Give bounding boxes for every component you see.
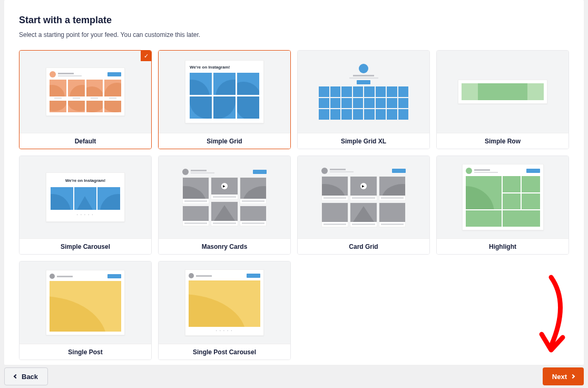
instagram-text: We're on Instagram! [190,65,259,70]
template-single-post-carousel[interactable]: • • • • • Single Post Carousel [158,261,291,360]
next-button[interactable]: Next [543,367,584,385]
template-grid: ✓ [19,50,569,360]
template-simple-row[interactable]: Simple Row [436,50,569,149]
template-label: Simple Grid [159,133,290,149]
template-simple-carousel[interactable]: We're on Instagram! • • • • • Simple Car… [19,156,152,255]
template-simple-grid-xl[interactable]: Simple Grid XL [297,50,430,149]
template-label: Default [19,133,151,149]
template-label: Single Post [19,344,151,360]
instagram-text: We're on Instagram! [51,178,120,183]
page-title: Start with a template [19,15,569,26]
chevron-right-icon [571,374,575,379]
template-card-grid[interactable]: ▶ Card Grid [297,156,430,255]
template-label: Simple Row [437,133,569,149]
template-single-post[interactable]: Single Post [19,261,152,360]
template-label: Card Grid [298,238,429,254]
next-label: Next [552,373,567,381]
template-masonry-cards[interactable]: ▶ Masonry Cards [158,156,291,255]
back-label: Back [22,373,38,381]
back-button[interactable]: Back [4,367,48,385]
footer: Back Next [0,365,588,388]
template-label: Simple Carousel [19,238,151,254]
page-subtitle: Select a starting point for your feed. Y… [19,31,569,38]
template-label: Masonry Cards [159,238,290,254]
template-simple-grid[interactable]: We're on Instagram! Simple Grid [158,50,291,149]
chevron-left-icon [14,374,18,379]
main-panel: Start with a template Select a starting … [4,0,584,365]
template-highlight[interactable]: Highlight [436,156,569,255]
template-default[interactable]: ✓ [19,50,152,149]
template-label: Single Post Carousel [159,344,290,360]
template-label: Highlight [437,238,569,254]
template-label: Simple Grid XL [298,133,429,149]
check-icon: ✓ [141,51,151,61]
